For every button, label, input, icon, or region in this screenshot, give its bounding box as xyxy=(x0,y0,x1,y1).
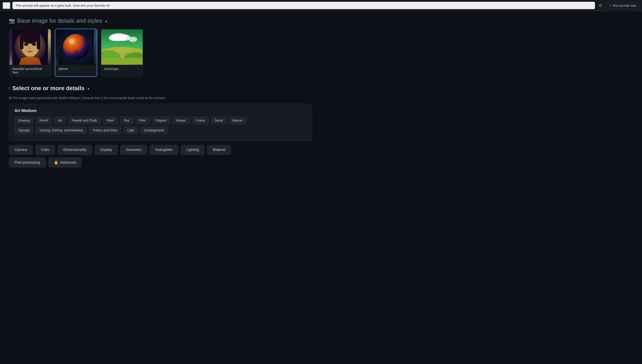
category-intangibles[interactable]: Intangibles xyxy=(150,145,178,155)
category-color[interactable]: Color xyxy=(36,145,55,155)
svg-rect-27 xyxy=(101,58,143,64)
info-icon: i xyxy=(9,86,10,90)
tag-signage[interactable]: Signage xyxy=(15,126,34,134)
tag-drawing[interactable]: Drawing xyxy=(15,117,34,124)
copy-button[interactable]: ⧉ xyxy=(597,2,604,9)
details-note: ⊠ The images were generated with Stable … xyxy=(9,96,312,100)
prompt-input[interactable] xyxy=(13,2,595,9)
main-content: 📷 Base image for details and styles ▲ xyxy=(0,11,321,176)
category-camera[interactable]: Camera xyxy=(9,145,33,155)
run-label: Run prompt now xyxy=(613,4,636,7)
svg-point-14 xyxy=(91,54,92,54)
svg-rect-5 xyxy=(37,36,40,49)
svg-point-9 xyxy=(33,43,36,46)
art-medium-tags-row2: Signage Carving, Etching, and Modeling P… xyxy=(15,126,307,134)
menu-dots-button[interactable]: ⋮ xyxy=(3,2,10,9)
top-bar: ⋮ ⧉ ↗ Run prompt now xyxy=(0,0,642,11)
tag-uncategorized[interactable]: Uncategorized xyxy=(140,126,168,134)
base-image-title: Base image for details and styles xyxy=(17,17,102,24)
tag-banner[interactable]: Banner xyxy=(229,117,246,124)
tag-ink[interactable]: Ink xyxy=(54,117,66,124)
extra-buttons-row: Post-processing 🖐 Advanced xyxy=(9,158,312,168)
category-geometry[interactable]: Geometry xyxy=(120,145,147,155)
face-image xyxy=(9,29,51,65)
camera-icon: 📷 xyxy=(9,18,15,24)
svg-point-13 xyxy=(60,47,61,47)
run-icon: ↗ xyxy=(609,4,612,7)
art-medium-tags-row1: Drawing Pencil Ink Pastels and Chalk Pai… xyxy=(15,117,307,124)
details-title: Select one or more details xyxy=(12,85,85,92)
tag-frame[interactable]: Frame xyxy=(192,117,209,124)
details-header: i Select one or more details ▲ xyxy=(9,85,312,92)
tag-mosaic[interactable]: Mosaic xyxy=(172,117,190,124)
tag-origami[interactable]: Origami xyxy=(152,117,170,124)
category-dimensionality[interactable]: Dimensionality xyxy=(58,145,92,155)
tag-carving[interactable]: Carving, Etching, and Modeling xyxy=(36,126,87,134)
category-lighting[interactable]: Lighting xyxy=(181,145,204,155)
tag-pastels-chalk[interactable]: Pastels and Chalk xyxy=(68,117,101,124)
image-card-sphere[interactable]: sphere xyxy=(55,29,97,77)
tag-pottery[interactable]: Pottery and Glass xyxy=(89,126,121,134)
svg-point-23 xyxy=(128,37,137,42)
tag-print[interactable]: Print xyxy=(136,117,150,124)
base-image-header: 📷 Base image for details and styles ▲ xyxy=(9,17,312,24)
svg-point-8 xyxy=(25,43,28,46)
landscape-card-label: landscape xyxy=(101,65,143,73)
run-prompt-button[interactable]: ↗ Run prompt now xyxy=(606,2,639,9)
category-material[interactable]: Material xyxy=(207,145,231,155)
image-card-landscape[interactable]: landscape xyxy=(101,29,143,77)
top-bar-actions: ⧉ ↗ Run prompt now xyxy=(597,2,639,9)
face-card-label: beautiful symmetrical face xyxy=(9,65,51,76)
image-card-face[interactable]: beautiful symmetrical face xyxy=(9,29,51,77)
sphere-image xyxy=(55,29,97,65)
details-collapse[interactable]: ▲ xyxy=(87,86,90,90)
svg-point-11 xyxy=(62,32,63,33)
advanced-button[interactable]: 🖐 Advanced xyxy=(48,158,82,168)
tag-decal[interactable]: Decal xyxy=(211,117,227,124)
art-medium-title: Art Medium xyxy=(15,108,307,113)
base-image-collapse[interactable]: ▲ xyxy=(105,19,108,23)
svg-point-28 xyxy=(115,48,129,53)
landscape-image xyxy=(101,29,143,65)
tag-paint[interactable]: Paint xyxy=(103,117,118,124)
svg-point-22 xyxy=(118,34,130,41)
category-row: Camera Color Dimensionality Display Geom… xyxy=(9,145,312,155)
svg-point-12 xyxy=(89,34,90,35)
tag-pencil[interactable]: Pencil xyxy=(36,117,52,124)
sphere-card-label: sphere xyxy=(55,65,97,73)
svg-rect-4 xyxy=(20,36,24,49)
tag-text[interactable]: Text xyxy=(120,117,133,124)
advanced-icon: 🖐 xyxy=(54,160,58,164)
base-image-cards: beautiful symmetrical face xyxy=(9,29,312,77)
advanced-label: Advanced xyxy=(60,160,76,164)
postprocessing-button[interactable]: Post-processing xyxy=(9,158,46,168)
art-medium-box: Art Medium Drawing Pencil Ink Pastels an… xyxy=(9,104,312,141)
category-display[interactable]: Display xyxy=(95,145,117,155)
svg-point-15 xyxy=(65,60,65,60)
tag-light[interactable]: Light xyxy=(123,126,138,134)
